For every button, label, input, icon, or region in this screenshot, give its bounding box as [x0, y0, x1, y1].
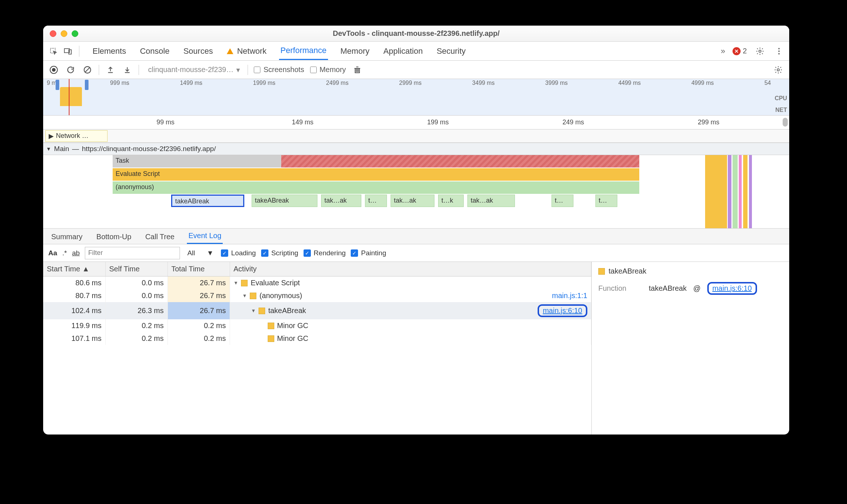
- window-title: DevTools - clinquant-mousse-2f2396.netli…: [43, 29, 789, 38]
- filter-loading[interactable]: ✓Loading: [221, 249, 256, 257]
- script-icon: [259, 308, 265, 314]
- panel-tabs-row: Elements Console Sources Network Perform…: [43, 42, 789, 61]
- overview-cpu-label: CPU: [775, 95, 787, 102]
- flame-call[interactable]: tak…ak: [467, 195, 515, 207]
- event-row[interactable]: 107.1 ms0.2 ms0.2 msMinor GC: [43, 332, 591, 345]
- tab-sources[interactable]: Sources: [182, 42, 214, 60]
- clear-button[interactable]: [82, 64, 93, 75]
- flame-call[interactable]: t…: [595, 195, 617, 207]
- filter-rendering[interactable]: ✓Rendering: [304, 249, 346, 257]
- activity-name: takeABreak: [268, 306, 306, 315]
- script-icon: [268, 323, 274, 329]
- flame-evaluate-script[interactable]: Evaluate Script: [113, 168, 639, 181]
- reload-button[interactable]: [65, 64, 76, 75]
- overflow-tabs-icon[interactable]: »: [721, 46, 725, 56]
- filter-scripting[interactable]: ✓Scripting: [261, 249, 298, 257]
- source-link[interactable]: main.js:6:10: [543, 306, 582, 315]
- overview-net-label: NET: [775, 107, 787, 113]
- overview-cpu-thumb: [60, 87, 82, 106]
- upload-button[interactable]: [105, 64, 116, 75]
- event-row[interactable]: 102.4 ms26.3 ms26.7 ms▼takeABreakmain.js…: [43, 302, 591, 319]
- chevron-down-icon[interactable]: ▼: [251, 308, 256, 313]
- flame-task[interactable]: Task: [113, 155, 639, 168]
- record-button[interactable]: [48, 64, 59, 75]
- tab-security[interactable]: Security: [435, 42, 467, 60]
- detail-tab-calltree[interactable]: Call Tree: [144, 230, 176, 244]
- flame-call[interactable]: t…k: [438, 195, 464, 207]
- details-source-link-circled: main.js:6:10: [707, 282, 757, 295]
- flame-call[interactable]: tak…ak: [321, 195, 361, 207]
- source-link[interactable]: main.js:1:1: [552, 292, 587, 300]
- perf-toolbar: clinquant-mousse-2f239… Screenshots Memo…: [43, 61, 789, 79]
- flame-call[interactable]: t…: [552, 195, 573, 207]
- overview-ticks: 9 ms999 ms1499 ms1999 ms2499 ms2999 ms34…: [43, 80, 775, 86]
- collect-garbage-icon[interactable]: [352, 64, 363, 75]
- main-track-header[interactable]: ▼ Main — https://clinquant-mousse-2f2396…: [43, 143, 789, 155]
- tab-performance[interactable]: Performance: [279, 42, 328, 60]
- settings-icon[interactable]: [754, 45, 766, 57]
- chevron-down-icon: ▼: [46, 146, 51, 152]
- flame-chart[interactable]: Task Evaluate Script (anonymous) takeABr…: [43, 155, 789, 228]
- network-track[interactable]: ▶ Network …: [43, 129, 789, 143]
- activity-name: (anonymous): [259, 292, 302, 300]
- devtools-window: DevTools - clinquant-mousse-2f2396.netli…: [43, 26, 789, 435]
- more-icon[interactable]: [773, 45, 785, 57]
- regex-toggle[interactable]: .*: [62, 249, 67, 257]
- svg-point-4: [778, 48, 780, 49]
- details-function-name: takeABreak: [649, 284, 686, 293]
- event-log-table[interactable]: Start Time ▲ Self Time Total Time Activi…: [43, 262, 592, 435]
- timeline-overview[interactable]: 9 ms999 ms1499 ms1999 ms2499 ms2999 ms34…: [43, 79, 789, 116]
- download-button[interactable]: [122, 64, 133, 75]
- tab-memory[interactable]: Memory: [339, 42, 371, 60]
- flame-call[interactable]: t…: [365, 195, 387, 207]
- script-icon: [268, 335, 274, 342]
- script-icon: [250, 293, 256, 299]
- flame-anonymous[interactable]: (anonymous): [113, 181, 639, 194]
- svg-point-5: [778, 50, 780, 52]
- filter-bar: Aa .* ab All▼ ✓Loading ✓Scripting ✓Rende…: [43, 244, 789, 262]
- screenshots-checkbox[interactable]: Screenshots: [254, 65, 304, 74]
- device-mode-icon[interactable]: [62, 45, 74, 57]
- chevron-down-icon[interactable]: ▼: [242, 293, 247, 298]
- scrollbar-thumb[interactable]: [783, 118, 788, 127]
- detail-tab-eventlog[interactable]: Event Log: [187, 229, 223, 244]
- flame-call-selected[interactable]: takeABreak: [171, 195, 244, 207]
- event-row[interactable]: 80.6 ms0.0 ms26.7 ms▼Evaluate Script: [43, 277, 591, 290]
- detail-tab-bottomup[interactable]: Bottom-Up: [95, 230, 133, 244]
- tab-network[interactable]: Network: [225, 42, 268, 60]
- filter-painting[interactable]: ✓Painting: [351, 249, 386, 257]
- inspect-icon[interactable]: [48, 45, 59, 57]
- play-icon: ▶: [49, 132, 54, 140]
- details-panel: takeABreak Function takeABreak @ main.js…: [592, 262, 789, 435]
- tab-application[interactable]: Application: [382, 42, 424, 60]
- filter-input[interactable]: [85, 247, 180, 259]
- network-disclosure[interactable]: ▶ Network …: [45, 130, 108, 142]
- chevron-down-icon[interactable]: ▼: [234, 280, 238, 286]
- tab-elements[interactable]: Elements: [91, 42, 128, 60]
- page-selector[interactable]: clinquant-mousse-2f239…: [145, 64, 242, 75]
- details-source-link[interactable]: main.js:6:10: [712, 284, 752, 292]
- flame-call[interactable]: tak…ak: [391, 195, 434, 207]
- main-track-label: Main: [54, 145, 69, 153]
- match-whole-toggle[interactable]: ab: [72, 249, 80, 257]
- event-row[interactable]: 80.7 ms0.0 ms26.7 ms▼(anonymous)main.js:…: [43, 289, 591, 302]
- detail-tab-summary[interactable]: Summary: [50, 230, 84, 244]
- case-sensitive-toggle[interactable]: Aa: [48, 249, 57, 257]
- activity-name: Minor GC: [277, 334, 309, 343]
- flame-call[interactable]: takeABreak: [252, 195, 317, 207]
- capture-settings-icon[interactable]: [772, 64, 784, 76]
- error-count-badge[interactable]: ✕ 2: [733, 47, 747, 55]
- range-handle-right[interactable]: [85, 80, 89, 90]
- main-track-url: https://clinquant-mousse-2f2396.netlify.…: [82, 145, 216, 153]
- activity-name: Minor GC: [277, 321, 309, 330]
- tab-console[interactable]: Console: [139, 42, 171, 60]
- memory-checkbox[interactable]: Memory: [310, 65, 346, 74]
- range-handle-left[interactable]: [56, 80, 59, 90]
- level-select[interactable]: All▼: [185, 249, 216, 257]
- svg-point-8: [777, 69, 779, 71]
- flame-ruler[interactable]: 99 ms 149 ms 199 ms 249 ms 299 ms: [43, 116, 789, 129]
- source-link-circled: main.js:6:10: [538, 304, 587, 317]
- event-row[interactable]: 119.9 ms0.2 ms0.2 msMinor GC: [43, 319, 591, 332]
- overview-marker: [69, 79, 69, 115]
- script-icon: [241, 280, 248, 286]
